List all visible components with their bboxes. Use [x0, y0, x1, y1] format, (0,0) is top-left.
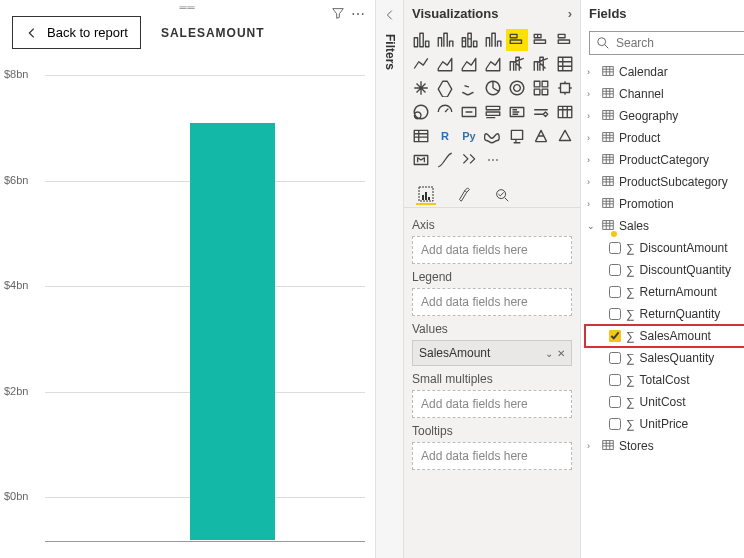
- viz-type-3[interactable]: [482, 29, 504, 51]
- viz-type-11[interactable]: [506, 53, 528, 75]
- field-checkbox-totalcost[interactable]: [609, 374, 621, 386]
- viz-type-28[interactable]: [410, 125, 432, 147]
- field-discountamount[interactable]: ∑DiscountAmount: [585, 237, 744, 259]
- viz-type-0[interactable]: [410, 29, 432, 51]
- viz-type-35[interactable]: [410, 149, 432, 171]
- well-small-drop[interactable]: Add data fields here: [412, 390, 572, 418]
- viz-type-26[interactable]: [530, 101, 552, 123]
- field-checkbox-salesquantity[interactable]: [609, 352, 621, 364]
- viz-type-33[interactable]: [530, 125, 552, 147]
- field-salesamount[interactable]: ∑SalesAmount: [585, 325, 744, 347]
- svg-rect-2: [425, 192, 427, 200]
- viz-type-10[interactable]: [482, 53, 504, 75]
- analytics-tab[interactable]: [492, 185, 512, 205]
- fields-pane: Fields › ›Calendar›Channel›Geography›Pro…: [581, 0, 744, 558]
- table-productsubcategory[interactable]: ›ProductSubcategory: [585, 171, 744, 193]
- well-axis-label: Axis: [412, 218, 572, 232]
- viz-type-23[interactable]: [458, 101, 480, 123]
- viz-type-15[interactable]: [434, 77, 456, 99]
- chevron-left-icon: [25, 26, 39, 40]
- well-legend-drop[interactable]: Add data fields here: [412, 288, 572, 316]
- field-unitcost[interactable]: ∑UnitCost: [585, 391, 744, 413]
- field-unitprice[interactable]: ∑UnitPrice: [585, 413, 744, 435]
- viz-type-27[interactable]: [554, 101, 576, 123]
- table-geography[interactable]: ›Geography: [585, 105, 744, 127]
- viz-type-7[interactable]: [410, 53, 432, 75]
- field-checkbox-discountamount[interactable]: [609, 242, 621, 254]
- field-checkbox-salesamount[interactable]: [609, 330, 621, 342]
- fields-tab[interactable]: [416, 185, 436, 205]
- viz-type-6[interactable]: [554, 29, 576, 51]
- table-calendar[interactable]: ›Calendar: [585, 61, 744, 83]
- viz-type-36[interactable]: [434, 149, 456, 171]
- format-tab[interactable]: [454, 185, 474, 205]
- viz-type-16[interactable]: [458, 77, 480, 99]
- chart-bar[interactable]: [190, 123, 275, 540]
- fields-search-input[interactable]: [616, 36, 744, 50]
- field-checkbox-unitprice[interactable]: [609, 418, 621, 430]
- well-tooltips-drop[interactable]: Add data fields here: [412, 442, 572, 470]
- viz-type-38[interactable]: ⋯: [482, 149, 504, 171]
- drag-grip-icon[interactable]: ══: [179, 2, 195, 13]
- filters-collapsed-rail[interactable]: Filters: [376, 0, 404, 558]
- table-sales[interactable]: ⌄Sales: [585, 215, 744, 237]
- svg-rect-12: [603, 198, 614, 207]
- viz-type-25[interactable]: [506, 101, 528, 123]
- viz-type-12[interactable]: [530, 53, 552, 75]
- filter-icon[interactable]: [331, 6, 345, 20]
- field-checkbox-discountquantity[interactable]: [609, 264, 621, 276]
- field-checkbox-unitcost[interactable]: [609, 396, 621, 408]
- field-salesquantity[interactable]: ∑SalesQuantity: [585, 347, 744, 369]
- chip-remove-icon[interactable]: ✕: [557, 348, 565, 359]
- collapse-viz-icon[interactable]: ›: [568, 6, 572, 21]
- table-product[interactable]: ›Product: [585, 127, 744, 149]
- svg-rect-14: [603, 440, 614, 449]
- table-channel[interactable]: ›Channel: [585, 83, 744, 105]
- expand-left-icon[interactable]: [383, 8, 397, 22]
- viz-type-14[interactable]: [410, 77, 432, 99]
- viz-type-31[interactable]: [482, 125, 504, 147]
- filters-label: Filters: [383, 34, 397, 70]
- viz-type-20[interactable]: [554, 77, 576, 99]
- viz-type-18[interactable]: [506, 77, 528, 99]
- field-totalcost[interactable]: ∑TotalCost: [585, 369, 744, 391]
- viz-type-2[interactable]: [458, 29, 480, 51]
- well-values-chip[interactable]: SalesAmount ⌄ ✕: [412, 340, 572, 366]
- viz-type-24[interactable]: [482, 101, 504, 123]
- well-axis-drop[interactable]: Add data fields here: [412, 236, 572, 264]
- chip-dropdown-icon[interactable]: ⌄: [545, 348, 553, 359]
- table-promotion[interactable]: ›Promotion: [585, 193, 744, 215]
- viz-type-5[interactable]: [530, 29, 552, 51]
- table-stores[interactable]: ›Stores: [585, 435, 744, 457]
- sigma-icon: ∑: [626, 373, 635, 387]
- viz-type-22[interactable]: [434, 101, 456, 123]
- table-productcategory[interactable]: ›ProductCategory: [585, 149, 744, 171]
- visualizations-header: Visualizations: [412, 6, 498, 21]
- viz-type-1[interactable]: [434, 29, 456, 51]
- viz-type-37[interactable]: [458, 149, 480, 171]
- back-to-report-button[interactable]: Back to report: [12, 16, 141, 49]
- viz-type-9[interactable]: [458, 53, 480, 75]
- viz-type-8[interactable]: [434, 53, 456, 75]
- viz-type-30[interactable]: Py: [458, 125, 480, 147]
- sigma-icon: ∑: [626, 329, 635, 343]
- field-checkbox-returnamount[interactable]: [609, 286, 621, 298]
- viz-type-4[interactable]: [506, 29, 528, 51]
- more-options-icon[interactable]: [351, 6, 365, 22]
- viz-type-29[interactable]: R: [434, 125, 456, 147]
- fields-search[interactable]: [589, 31, 744, 55]
- svg-point-4: [497, 190, 506, 199]
- search-icon: [596, 36, 610, 50]
- viz-type-13[interactable]: [554, 53, 576, 75]
- viz-type-34[interactable]: [554, 125, 576, 147]
- field-discountquantity[interactable]: ∑DiscountQuantity: [585, 259, 744, 281]
- table-icon: [601, 174, 615, 188]
- viz-type-17[interactable]: [482, 77, 504, 99]
- viz-type-32[interactable]: [506, 125, 528, 147]
- viz-type-19[interactable]: [530, 77, 552, 99]
- field-returnquantity[interactable]: ∑ReturnQuantity: [585, 303, 744, 325]
- y-axis-tick-label: $4bn: [4, 279, 28, 291]
- viz-type-21[interactable]: [410, 101, 432, 123]
- field-returnamount[interactable]: ∑ReturnAmount: [585, 281, 744, 303]
- field-checkbox-returnquantity[interactable]: [609, 308, 621, 320]
